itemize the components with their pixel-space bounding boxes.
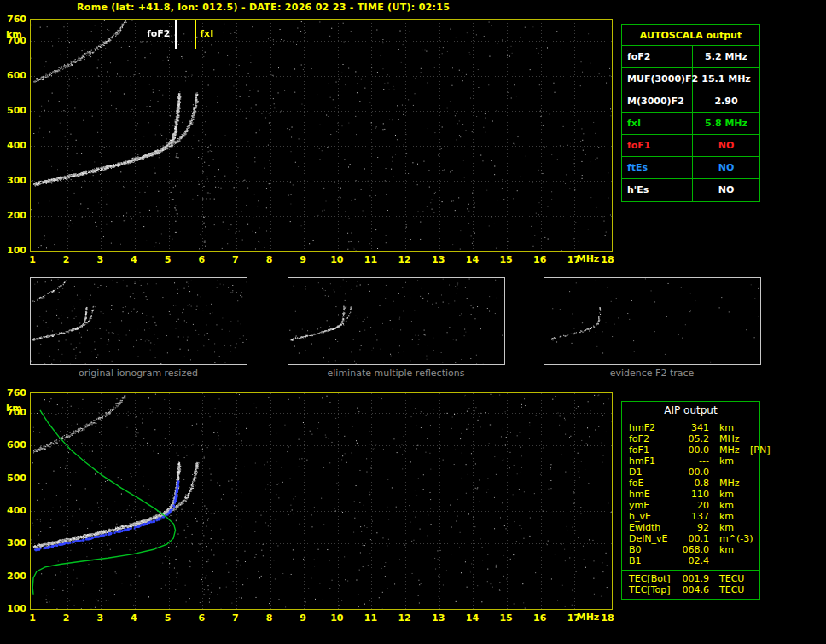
marker-label-fxI: fxI xyxy=(200,28,213,39)
aip-param: TEC[Top] xyxy=(629,584,678,595)
aip-unit: km xyxy=(709,455,748,467)
x-tick-label: 9 xyxy=(293,254,313,265)
aip-row-hmE: hmE110km xyxy=(622,489,759,500)
aip-val: 20 xyxy=(678,500,709,511)
x-tick-label: 7 xyxy=(225,612,246,624)
x-tick-label: 15 xyxy=(496,612,516,624)
aip-extra xyxy=(748,433,759,444)
aip-table-title: AIP output xyxy=(622,402,759,420)
aip-val: 00.0 xyxy=(678,467,709,478)
aip-row-TEC[Bot]: TEC[Bot]001.9TECU xyxy=(622,573,759,584)
x-tick-label: 5 xyxy=(158,612,178,624)
x-tick-label: 16 xyxy=(530,612,550,624)
x-tick-label: 16 xyxy=(530,254,550,265)
x-tick-label: 10 xyxy=(327,612,347,624)
thumbnail-step-2 xyxy=(288,277,505,365)
autoscala-param-label: h'Es xyxy=(622,179,693,201)
aip-extra xyxy=(748,544,759,555)
aip-param: h_vE xyxy=(629,511,678,522)
autoscala-row-M(3000)F2: M(3000)F22.90 xyxy=(622,90,759,113)
aip-unit: km xyxy=(709,422,748,433)
aip-unit: MHz xyxy=(709,478,748,489)
ionogram-plot-bottom xyxy=(30,392,613,610)
x-tick-label: 3 xyxy=(90,612,110,624)
thumbnail-caption-1: original ionogram resized xyxy=(44,368,232,379)
aip-extra xyxy=(748,511,759,522)
aip-param: hmE xyxy=(629,489,678,500)
aip-param: hmF2 xyxy=(629,422,678,433)
autoscala-row-MUF(3000)F2: MUF(3000)F215.1 MHz xyxy=(622,68,759,90)
aip-extra xyxy=(748,489,759,500)
aip-unit: km xyxy=(709,544,748,555)
aip-param: Ewidth xyxy=(629,522,678,533)
aip-val: 341 xyxy=(678,422,709,433)
aip-row-TEC[Top]: TEC[Top]004.6TECU xyxy=(622,584,759,595)
aip-unit: km xyxy=(709,489,748,500)
aip-table-rows: hmF2341kmfoF205.2MHzfoF100.0MHz[PN]hmF1-… xyxy=(622,420,759,570)
x-tick-label: 3 xyxy=(90,254,110,265)
x-tick-label: 2 xyxy=(56,254,77,265)
autoscala-param-label: M(3000)F2 xyxy=(622,90,693,112)
aip-unit: km xyxy=(709,511,748,522)
aip-extra xyxy=(748,478,759,489)
aip-unit: km xyxy=(709,500,748,511)
aip-param: ymE xyxy=(629,500,678,511)
y-tick-label: 400 xyxy=(0,140,26,151)
aip-row-DelN_vE: DelN_vE00.1m^(-3) xyxy=(622,533,759,544)
autoscala-param-label: ftEs xyxy=(622,157,693,178)
aip-param: D1 xyxy=(629,467,678,478)
y-axis-unit: km xyxy=(6,29,26,40)
aip-table: AIP output hmF2341kmfoF205.2MHzfoF100.0M… xyxy=(621,401,760,600)
autoscala-param-value: 2.90 xyxy=(693,90,759,112)
autoscala-param-value: 15.1 MHz xyxy=(693,68,759,90)
aip-tec-rows: TEC[Bot]001.9TECUTEC[Top]004.6TECU xyxy=(622,570,759,599)
aip-val: 00.0 xyxy=(678,444,709,455)
aip-row-B0: B0068.0km xyxy=(622,544,759,555)
x-tick-label: 14 xyxy=(462,612,482,624)
x-axis-unit: MHz xyxy=(574,253,602,264)
x-tick-label: 10 xyxy=(327,254,347,265)
aip-extra xyxy=(748,555,759,566)
x-axis-unit: MHz xyxy=(574,612,602,623)
aip-unit xyxy=(709,555,748,566)
aip-unit xyxy=(709,467,748,478)
aip-val: 004.6 xyxy=(678,584,709,595)
thumbnail-caption-3: evidence F2 trace xyxy=(558,368,746,379)
aip-val: 068.0 xyxy=(678,544,709,555)
aip-extra: [PN] xyxy=(748,444,770,455)
aip-unit: m^(-3) xyxy=(709,533,748,544)
y-tick-label: 200 xyxy=(0,210,26,221)
aip-row-ymE: ymE20km xyxy=(622,500,759,511)
y-tick-label: 600 xyxy=(0,70,26,81)
aip-extra xyxy=(748,500,759,511)
y-tick-label: 500 xyxy=(0,473,26,484)
aip-unit: km xyxy=(709,522,748,533)
x-tick-label: 7 xyxy=(225,254,246,265)
aip-extra xyxy=(748,573,759,584)
autoscala-table-title: AUTOSCALA output xyxy=(622,25,759,46)
x-tick-label: 8 xyxy=(259,612,280,624)
ionogram-plot-top xyxy=(30,19,613,252)
x-tick-label: 6 xyxy=(191,612,212,624)
aip-param: foF1 xyxy=(629,444,678,455)
aip-param: foF2 xyxy=(629,433,678,444)
y-axis-unit: km xyxy=(6,403,26,414)
aip-extra xyxy=(748,522,759,533)
autoscala-param-label: MUF(3000)F2 xyxy=(622,68,693,90)
x-tick-label: 12 xyxy=(394,254,415,265)
aip-row-hmF2: hmF2341km xyxy=(622,422,759,433)
aip-extra xyxy=(748,455,759,467)
x-tick-label: 14 xyxy=(462,254,482,265)
x-tick-label: 2 xyxy=(56,612,77,624)
aip-val: --- xyxy=(678,455,709,467)
aip-val: 137 xyxy=(678,511,709,522)
aip-row-hmF1: hmF1---km xyxy=(622,455,759,467)
header-title: Rome (lat: +41.8, lon: 012.5) - DATE: 20… xyxy=(77,2,450,13)
aip-param: TEC[Bot] xyxy=(629,573,678,584)
aip-row-foF1: foF100.0MHz[PN] xyxy=(622,444,759,455)
y-tick-label: 600 xyxy=(0,439,26,450)
aip-unit: MHz xyxy=(709,444,748,455)
autoscala-param-value: NO xyxy=(693,157,759,178)
x-tick-label: 9 xyxy=(293,612,313,624)
aip-row-h_vE: h_vE137km xyxy=(622,511,759,522)
